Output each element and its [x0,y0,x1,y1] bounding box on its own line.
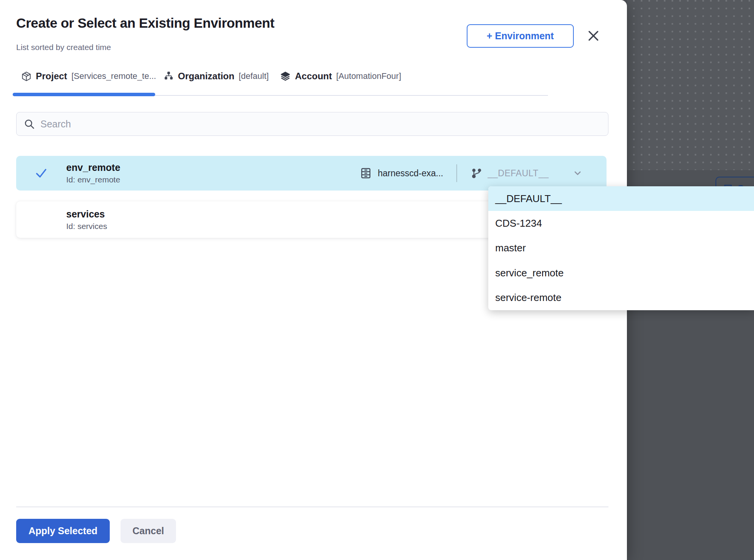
search-icon [23,118,35,130]
modal-subtitle: List sorted by created time [16,43,111,52]
environment-row-env-remote[interactable]: env_remote Id: env_remote harnesscd-exa.… [16,156,607,191]
environment-meta: harnesscd-exa... __DEFAULT__ [359,164,607,182]
org-chart-icon [164,71,174,81]
branch-dropdown-menu: __DEFAULT__ CDS-1234 master service_remo… [488,186,754,310]
tab-organization-label: Organization [178,71,235,82]
environment-id: Id: services [66,222,107,231]
new-environment-button[interactable]: + Environment [467,24,574,48]
tab-account[interactable]: Account [AutomationFour] [280,67,401,85]
modal-title: Create or Select an Existing Environment [16,15,275,31]
close-icon [586,28,601,43]
screen: Save Create or Select an Existing Enviro… [0,0,754,560]
layers-icon [280,71,291,82]
repository-name: harnesscd-exa... [378,168,443,179]
close-button[interactable] [585,27,602,45]
repository-icon [359,167,372,180]
environment-name: services [66,209,107,220]
tab-organization-scope: [default] [239,71,269,81]
selected-check-icon [16,166,66,181]
active-tab-indicator [13,93,155,96]
tab-project-scope: [Services_remote_te... [71,71,156,81]
branch-selector[interactable]: __DEFAULT__ [471,168,583,179]
canvas-dot-grid [627,0,754,170]
environment-id: Id: env_remote [66,175,120,184]
tab-project[interactable]: Project [Services_remote_te... [21,67,156,85]
search-box [16,112,608,136]
cube-icon [21,71,32,82]
chevron-down-icon [573,168,583,178]
tab-account-label: Account [295,71,332,82]
tab-project-label: Project [36,71,67,82]
branch-option-service-dash-remote[interactable]: service-remote [488,286,754,310]
search-input[interactable] [40,112,608,135]
footer-divider [16,507,608,507]
meta-divider [456,164,457,182]
branch-option-master[interactable]: master [488,236,754,261]
branch-option-cds-1234[interactable]: CDS-1234 [488,211,754,236]
tab-organization[interactable]: Organization [default] [164,67,269,85]
branch-value: __DEFAULT__ [488,168,549,179]
apply-selected-button[interactable]: Apply Selected [16,519,110,543]
branch-option-service-underscore-remote[interactable]: service_remote [488,261,754,285]
environment-name: env_remote [66,162,120,173]
tab-account-scope: [AutomationFour] [336,71,401,81]
branch-option-default[interactable]: __DEFAULT__ [488,186,754,211]
cancel-button[interactable]: Cancel [121,519,176,543]
git-branch-icon [471,168,482,179]
